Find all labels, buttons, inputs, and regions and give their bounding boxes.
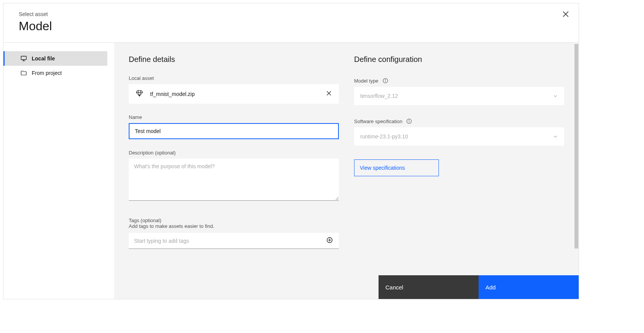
folder-icon [20,70,27,76]
name-label: Name [129,114,339,120]
modal-content: Define details Local asset tf_mni [114,43,579,299]
svg-point-8 [385,80,385,80]
tags-field: Tags (optional) Add tags to make assets … [129,218,339,249]
close-icon [562,11,569,19]
description-textarea[interactable] [129,159,339,201]
model-type-value: tensorflow_2.12 [360,93,398,99]
info-icon[interactable] [406,118,412,124]
modal-footer: Cancel Add [379,275,579,299]
tags-input-wrapper[interactable] [129,233,339,249]
software-spec-select[interactable]: runtime-23.1-py3.10 [354,127,564,146]
modal-body: Local file From project Define details L… [3,43,579,299]
description-field: Description (optional) [129,150,339,202]
sidebar-item-label: Local file [32,55,55,62]
define-details-title: Define details [129,55,339,64]
close-icon [326,91,332,97]
chevron-down-icon [553,134,558,139]
sidebar-item-label: From project [32,70,62,76]
sidebar-item-from-project[interactable]: From project [6,66,107,80]
chevron-down-icon [553,93,558,99]
svg-point-11 [409,120,409,120]
tags-helper-text: Add tags to make assets easier to find. [129,223,339,229]
model-type-select[interactable]: tensorflow_2.12 [354,87,564,105]
description-label: Description (optional) [129,150,339,156]
software-spec-label-row: Software specification [354,118,564,124]
local-asset-label: Local asset [129,75,339,81]
define-configuration-title: Define configuration [354,55,564,64]
modal-subtitle: Select asset [19,11,563,17]
tags-input[interactable] [134,238,326,244]
info-icon[interactable] [382,78,388,84]
name-input[interactable] [129,123,339,139]
modal-header: Select asset Model [3,3,579,43]
select-asset-modal: Select asset Model Local file [3,3,579,299]
monitor-icon [20,55,27,62]
selected-file-pill: tf_mnist_model.zip [129,84,339,104]
software-spec-field: Software specification runtime-23.1-py3.… [354,118,564,146]
scrollbar-thumb[interactable] [574,44,578,249]
model-type-label-row: Model type [354,78,564,84]
define-details-column: Define details Local asset tf_mni [129,55,339,287]
remove-file-button[interactable] [326,91,332,97]
add-button[interactable]: Add [479,275,579,299]
cancel-button[interactable]: Cancel [379,275,479,299]
source-sidebar: Local file From project [3,43,114,299]
software-spec-value: runtime-23.1-py3.10 [360,133,408,140]
svg-rect-0 [21,56,26,60]
add-tag-button[interactable] [326,237,333,245]
close-button[interactable] [561,10,570,19]
model-type-field: Model type tensorflow_2.12 [354,78,564,105]
modal-title: Model [19,19,563,33]
define-configuration-column: Define configuration Model type [354,55,564,287]
selected-file-name: tf_mnist_model.zip [150,91,319,97]
software-spec-label: Software specification [354,119,402,124]
scrollbar-track[interactable] [574,43,579,299]
view-specifications-button[interactable]: View specifications [354,159,439,176]
plus-circle-icon [326,237,333,245]
model-type-label: Model type [354,78,379,84]
diamond-icon [136,89,143,98]
local-asset-field: Local asset tf_mnist_model.zip [129,75,339,104]
name-field: Name [129,114,339,139]
sidebar-item-local-file[interactable]: Local file [3,51,107,66]
tags-label: Tags (optional) [129,218,339,223]
